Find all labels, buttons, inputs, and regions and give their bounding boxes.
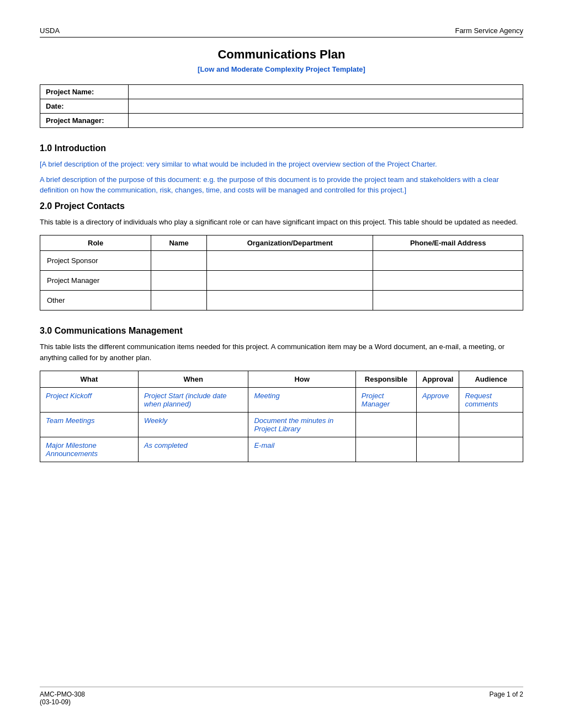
contacts-col-header: Phone/E-mail Address xyxy=(373,235,523,251)
contacts-cell-org xyxy=(207,291,373,311)
contacts-col-header: Organization/Department xyxy=(207,235,373,251)
contacts-row: Project Sponsor xyxy=(40,251,523,271)
info-row: Project Manager: xyxy=(40,114,523,128)
footer-date: (03-10-09) xyxy=(40,698,85,706)
comm-row: Major Milestone AnnouncementsAs complete… xyxy=(40,437,523,462)
contacts-table: RoleNameOrganization/DepartmentPhone/E-m… xyxy=(40,235,523,311)
comm-col-header: How xyxy=(248,371,355,388)
intro-para2: A brief description of the purpose of th… xyxy=(40,174,523,196)
contacts-row: Project Manager xyxy=(40,271,523,291)
header-right: Farm Service Agency xyxy=(455,26,523,35)
footer-left: AMC-PMO-308 (03-10-09) xyxy=(40,690,85,706)
contacts-cell-phone xyxy=(373,291,523,311)
comm-cell-responsible xyxy=(355,437,416,462)
info-table: Project Name:Date:Project Manager: xyxy=(40,84,523,128)
comm-cell-responsible xyxy=(355,413,416,437)
contacts-col-header: Name xyxy=(151,235,207,251)
comm-col-header: Responsible xyxy=(355,371,416,388)
comm-cell-what: Major Milestone Announcements xyxy=(40,437,139,462)
comm-cell-when: Project Start (include date when planned… xyxy=(138,388,248,413)
comm-cell-audience xyxy=(459,413,523,437)
comm-cell-approval xyxy=(417,413,459,437)
contacts-cell-name xyxy=(151,291,207,311)
comm-col-header: Audience xyxy=(459,371,523,388)
info-value xyxy=(129,99,523,114)
contacts-cell-phone xyxy=(373,251,523,271)
info-row: Date: xyxy=(40,99,523,114)
intro-heading: 1.0 Introduction xyxy=(40,143,523,153)
contacts-cell-role: Other xyxy=(40,291,151,311)
contacts-cell-name xyxy=(151,271,207,291)
comm-col-header: Approval xyxy=(417,371,459,388)
comm-cell-approval xyxy=(417,437,459,462)
comm-table: WhatWhenHowResponsibleApprovalAudience P… xyxy=(40,371,523,462)
footer-right: Page 1 of 2 xyxy=(490,690,523,698)
info-label: Project Name: xyxy=(40,85,129,99)
page: USDA Farm Service Agency Communications … xyxy=(0,0,563,728)
comm-cell-how: Document the minutes in Project Library xyxy=(248,413,355,437)
comm-cell-when: Weekly xyxy=(138,413,248,437)
footer: AMC-PMO-308 (03-10-09) Page 1 of 2 xyxy=(40,687,523,706)
comm-col-header: What xyxy=(40,371,139,388)
info-value xyxy=(129,114,523,128)
contacts-heading: 2.0 Project Contacts xyxy=(40,201,523,211)
contacts-cell-name xyxy=(151,251,207,271)
document-subtitle: [Low and Moderate Complexity Project Tem… xyxy=(40,65,523,73)
comm-cell-audience xyxy=(459,437,523,462)
contacts-cell-phone xyxy=(373,271,523,291)
comm-body: This table lists the different communica… xyxy=(40,341,523,363)
contacts-cell-org xyxy=(207,251,373,271)
contacts-row: Other xyxy=(40,291,523,311)
header-bar: USDA Farm Service Agency xyxy=(40,26,523,38)
header-left: USDA xyxy=(40,26,60,35)
info-row: Project Name: xyxy=(40,85,523,99)
info-label: Project Manager: xyxy=(40,114,129,128)
intro-para1: [A brief description of the project: ver… xyxy=(40,159,523,170)
comm-cell-what: Team Meetings xyxy=(40,413,139,437)
comm-cell-what: Project Kickoff xyxy=(40,388,139,413)
info-label: Date: xyxy=(40,99,129,114)
contacts-body: This table is a directory of individuals… xyxy=(40,217,523,228)
comm-cell-approval: Approve xyxy=(417,388,459,413)
comm-cell-responsible: Project Manager xyxy=(355,388,416,413)
comm-cell-how: E-mail xyxy=(248,437,355,462)
comm-row: Team MeetingsWeeklyDocument the minutes … xyxy=(40,413,523,437)
contacts-col-header: Role xyxy=(40,235,151,251)
document-title: Communications Plan xyxy=(40,47,523,62)
comm-cell-when: As completed xyxy=(138,437,248,462)
comm-col-header: When xyxy=(138,371,248,388)
comm-cell-audience: Request comments xyxy=(459,388,523,413)
footer-code: AMC-PMO-308 xyxy=(40,690,85,698)
comm-heading: 3.0 Communications Management xyxy=(40,326,523,336)
comm-cell-how: Meeting xyxy=(248,388,355,413)
contacts-cell-org xyxy=(207,271,373,291)
contacts-cell-role: Project Manager xyxy=(40,271,151,291)
contacts-cell-role: Project Sponsor xyxy=(40,251,151,271)
comm-row: Project KickoffProject Start (include da… xyxy=(40,388,523,413)
info-value xyxy=(129,85,523,99)
